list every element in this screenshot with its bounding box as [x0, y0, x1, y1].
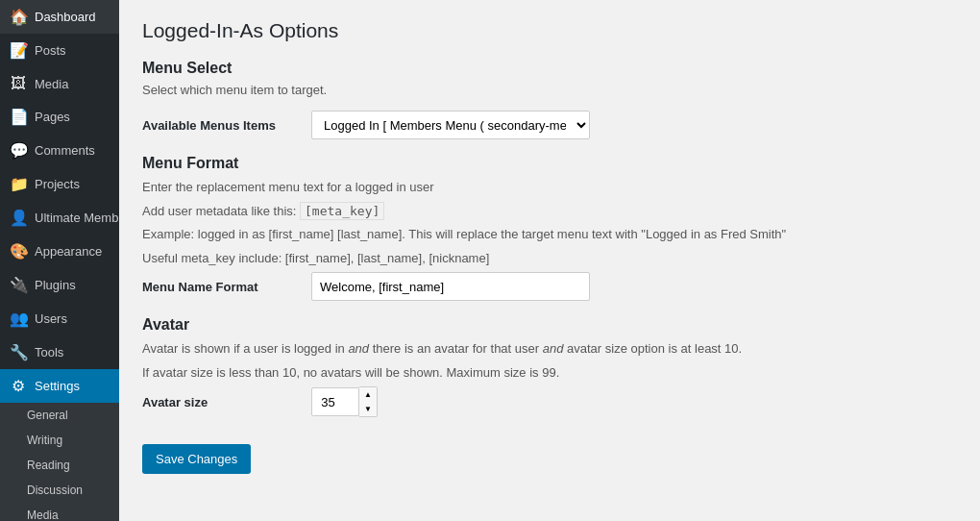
menu-name-format-input[interactable]	[311, 272, 590, 301]
sidebar-item-settings[interactable]: ⚙ Settings	[0, 369, 119, 403]
avatar-size-down-button[interactable]: ▼	[359, 402, 377, 416]
menu-format-desc: Enter the replacement menu text for a lo…	[142, 178, 957, 197]
main-content: Logged-In-As Options Menu Select Select …	[119, 0, 980, 521]
sidebar-item-posts[interactable]: 📝 Posts	[0, 34, 119, 67]
submenu-item-discussion[interactable]: Discussion	[0, 478, 119, 503]
submenu-item-media[interactable]: Media	[0, 503, 119, 521]
avatar-size-input[interactable]	[311, 387, 359, 416]
available-menus-select[interactable]: Logged In [ Members Menu ( secondary-men…	[311, 111, 590, 139]
sidebar-item-label: Appearance	[35, 244, 102, 259]
menu-name-format-label: Menu Name Format	[142, 280, 296, 294]
settings-submenu: General Writing Reading Discussion Media…	[0, 403, 119, 521]
menu-format-heading: Menu Format	[142, 155, 957, 172]
menu-select-description: Select which menu item to target.	[142, 83, 957, 97]
sidebar-item-label: Settings	[35, 379, 80, 393]
avatar-desc2: If avatar size is less than 10, no avata…	[142, 363, 957, 383]
ultimate-member-icon: 👤	[10, 209, 27, 227]
projects-icon: 📁	[10, 175, 27, 193]
tools-icon: 🔧	[10, 343, 27, 361]
sidebar-item-label: Dashboard	[35, 10, 96, 24]
settings-icon: ⚙	[10, 377, 27, 395]
posts-icon: 📝	[10, 41, 27, 60]
menu-format-info1: Add user metadata like this: [meta_key]	[142, 202, 957, 221]
sidebar-item-ultimate-member[interactable]: 👤 Ultimate Member	[0, 201, 119, 235]
avatar-heading: Avatar	[142, 316, 957, 334]
sidebar-item-label: Pages	[35, 110, 70, 124]
submenu-item-general[interactable]: General	[0, 403, 119, 428]
sidebar-item-appearance[interactable]: 🎨 Appearance	[0, 235, 119, 268]
sidebar-item-media[interactable]: 🖼 Media	[0, 67, 119, 100]
menu-select-heading: Menu Select	[142, 60, 957, 77]
submenu-item-writing[interactable]: Writing	[0, 428, 119, 453]
dashboard-icon: 🏠	[10, 8, 27, 26]
sidebar-item-label: Media	[35, 77, 68, 91]
sidebar-item-plugins[interactable]: 🔌 Plugins	[0, 268, 119, 302]
avatar-size-label: Avatar size	[142, 395, 296, 409]
sidebar-item-comments[interactable]: 💬 Comments	[0, 134, 119, 167]
avatar-desc1: Avatar is shown if a user is logged in a…	[142, 339, 957, 359]
sidebar-item-label: Users	[35, 311, 67, 326]
submenu-item-reading[interactable]: Reading	[0, 453, 119, 478]
avatar-size-input-wrap: ▲ ▼	[311, 386, 378, 417]
sidebar: 🏠 Dashboard 📝 Posts 🖼 Media 📄 Pages 💬 Co…	[0, 0, 119, 521]
users-icon: 👥	[10, 310, 27, 328]
sidebar-item-label: Plugins	[35, 278, 76, 292]
sidebar-item-label: Comments	[35, 143, 95, 158]
sidebar-item-dashboard[interactable]: 🏠 Dashboard	[0, 0, 119, 34]
plugins-icon: 🔌	[10, 276, 27, 294]
sidebar-item-label: Tools	[35, 345, 63, 360]
available-menus-label: Available Menus Items	[142, 118, 296, 133]
sidebar-item-users[interactable]: 👥 Users	[0, 302, 119, 335]
menu-format-info2: Example: logged in as [first_name] [last…	[142, 225, 957, 244]
menu-format-info3: Useful meta_key include: [first_name], […	[142, 249, 957, 268]
avatar-size-spinner: ▲ ▼	[359, 386, 378, 417]
save-changes-button[interactable]: Save Changes	[142, 444, 251, 474]
menu-name-format-row: Menu Name Format	[142, 272, 957, 301]
pages-icon: 📄	[10, 108, 27, 126]
avatar-size-up-button[interactable]: ▲	[359, 387, 377, 402]
meta-key-code: [meta_key]	[300, 202, 384, 220]
sidebar-item-label: Ultimate Member	[35, 211, 119, 225]
page-title: Logged-In-As Options	[142, 19, 957, 42]
appearance-icon: 🎨	[10, 242, 27, 260]
sidebar-item-pages[interactable]: 📄 Pages	[0, 100, 119, 134]
media-icon: 🖼	[10, 75, 27, 92]
sidebar-item-label: Projects	[35, 177, 80, 191]
comments-icon: 💬	[10, 141, 27, 160]
sidebar-item-projects[interactable]: 📁 Projects	[0, 167, 119, 201]
available-menus-row: Available Menus Items Logged In [ Member…	[142, 111, 957, 139]
sidebar-item-label: Posts	[35, 43, 66, 58]
avatar-size-row: Avatar size ▲ ▼	[142, 386, 957, 417]
sidebar-item-tools[interactable]: 🔧 Tools	[0, 335, 119, 369]
